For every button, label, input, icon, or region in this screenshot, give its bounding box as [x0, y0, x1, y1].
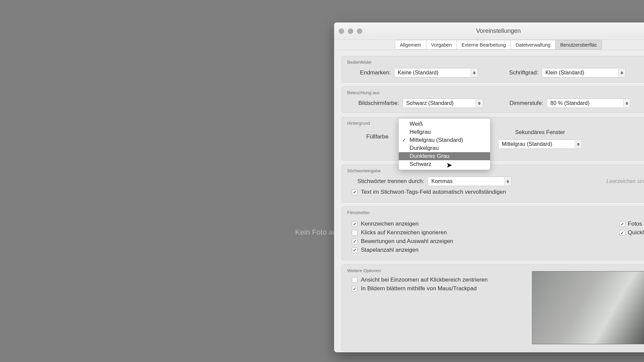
tab-allgemein[interactable]: Allgemein [395, 40, 426, 50]
option-weiss[interactable]: Weiß [399, 120, 490, 128]
select-sekundaer-value: Mittelgrau (Standard) [502, 141, 552, 147]
option-dunkleres-grau[interactable]: Dunkleres Grau [399, 152, 490, 160]
tab-vorgaben[interactable]: Vorgaben [426, 40, 457, 50]
checkbox-bewertungen-anzeigen[interactable] [352, 239, 358, 244]
checkbox-quickinfo[interactable] [620, 230, 625, 236]
label-bildschirmfarbe: Bildschirmfarbe: [347, 100, 399, 107]
option-schwarz[interactable]: Schwarz [399, 160, 490, 168]
window-title: Voreinstellungen [476, 27, 521, 35]
tab-bar: Allgemein Vorgaben Externe Bearbeitung D… [334, 40, 644, 50]
titlebar: Voreinstellungen [334, 22, 644, 40]
select-sekundaer-fuellfarbe[interactable]: Mittelgrau (Standard) [498, 139, 582, 149]
panel-title-hintergrund: Hintergrund [347, 121, 644, 126]
label-klicks-ignorieren: Klicks auf Kennzeichen ignorieren [361, 229, 447, 236]
label-stapelanzahl: Stapelanzahl anzeigen [361, 247, 419, 253]
hint-leerzeichen: Leerzeichen sind i [593, 178, 644, 184]
panel-beleuchtung: Beleuchtung aus Bildschirmfarbe: Schwarz… [341, 86, 644, 113]
select-endmarken-value: Keine (Standard) [398, 70, 438, 76]
maximize-icon[interactable] [357, 28, 362, 34]
checkbox-zoom-zentrieren[interactable] [352, 277, 358, 283]
panel-title-stichworteingabe: Stichworteingabe [347, 168, 644, 173]
webcam-overlay [532, 271, 644, 344]
close-icon[interactable] [339, 28, 344, 34]
checkbox-fotos-im[interactable] [620, 221, 625, 227]
preferences-window: Voreinstellungen Allgemein Vorgaben Exte… [334, 22, 644, 352]
label-trennen: Stichwörter trennen durch: [347, 178, 424, 185]
option-dunkelgrau[interactable]: Dunkelgrau [399, 144, 490, 152]
tab-benutzeroberflaeche[interactable]: Benutzeroberfläc [555, 40, 602, 50]
checkmark-icon: ✓ [402, 137, 407, 143]
label-schriftgrad: Schriftgrad: [498, 69, 538, 76]
select-trennzeichen[interactable]: Kommas [428, 177, 512, 186]
select-schriftgrad[interactable]: Klein (Standard) [542, 68, 626, 77]
cursor-icon: ➤ [446, 161, 452, 170]
dropdown-fuellfarbe[interactable]: Weiß Hellgrau ✓Mittelgrau (Standard) Dun… [398, 118, 490, 170]
label-endmarken: Endmarken: [347, 69, 391, 76]
label-fotos-im: Fotos im [628, 221, 644, 227]
select-trennzeichen-value: Kommas [431, 178, 452, 184]
chevron-updown-icon [504, 177, 511, 185]
label-fuellfarbe: Füllfarbe [366, 133, 388, 140]
panel-title-filmstreifen: Filmstreifen [347, 210, 644, 215]
chevron-updown-icon [623, 99, 630, 107]
checkbox-bilder-blaettern[interactable] [352, 286, 358, 292]
panel-hintergrund: Hintergrund Sekundäres Fenster Mittelgra… [341, 117, 644, 161]
checkbox-stapelanzahl[interactable] [352, 247, 358, 253]
select-schriftgrad-value: Klein (Standard) [545, 70, 584, 76]
label-quickinfo: QuickInf [628, 229, 644, 236]
window-controls [339, 28, 362, 34]
panel-bedienfelder: Bedienfelder Endmarken: Keine (Standard)… [341, 56, 644, 82]
option-mittelgrau-label: Mittelgrau (Standard) [410, 137, 463, 143]
option-mittelgrau-standard[interactable]: ✓Mittelgrau (Standard) [399, 136, 490, 144]
panel-title-bedienfelder: Bedienfelder [347, 60, 644, 65]
select-endmarken[interactable]: Keine (Standard) [394, 68, 478, 77]
label-sekundaeres-fenster: Sekundäres Fenster [515, 129, 565, 135]
option-hellgrau[interactable]: Hellgrau [399, 128, 490, 136]
chevron-updown-icon [618, 69, 625, 77]
checkbox-kennzeichen-anzeigen[interactable] [352, 221, 358, 227]
select-dimmerstufe[interactable]: 80 % (Standard) [547, 99, 631, 108]
select-bildschirmfarbe-value: Schwarz (Standard) [406, 100, 453, 106]
label-kennzeichen-anzeigen: Kennzeichen anzeigen [361, 221, 419, 227]
checkbox-autocomplete[interactable] [352, 189, 358, 195]
background-empty-text: Kein Foto au [295, 228, 337, 237]
chevron-updown-icon [476, 99, 482, 107]
panel-stichworteingabe: Stichworteingabe Stichwörter trennen dur… [341, 165, 644, 202]
label-bewertungen-anzeigen: Bewertungen und Auswahl anzeigen [361, 238, 453, 245]
chevron-updown-icon [575, 140, 581, 148]
tab-dateiverwaltung[interactable]: Dateiverwaltung [511, 40, 555, 50]
panel-title-beleuchtung: Beleuchtung aus [347, 90, 644, 95]
minimize-icon[interactable] [348, 28, 353, 34]
chevron-updown-icon [471, 69, 477, 77]
label-dimmerstufe: Dimmerstufe: [503, 100, 543, 107]
label-zoom-zentrieren: Ansicht bei Einzoomen auf Klickbereich z… [361, 277, 488, 283]
checkbox-klicks-ignorieren[interactable] [352, 230, 358, 236]
tab-externe-bearbeitung[interactable]: Externe Bearbeitung [457, 40, 511, 50]
label-autocomplete: Text im Stichwort-Tags-Feld automatisch … [361, 189, 506, 195]
panel-filmstreifen: Filmstreifen Kennzeichen anzeigen Klicks… [341, 206, 644, 260]
select-bildschirmfarbe[interactable]: Schwarz (Standard) [402, 99, 483, 108]
label-bilder-blaettern: In Bildern blättern mithilfe von Maus/Tr… [361, 285, 477, 292]
select-dimmerstufe-value: 80 % (Standard) [550, 100, 590, 106]
